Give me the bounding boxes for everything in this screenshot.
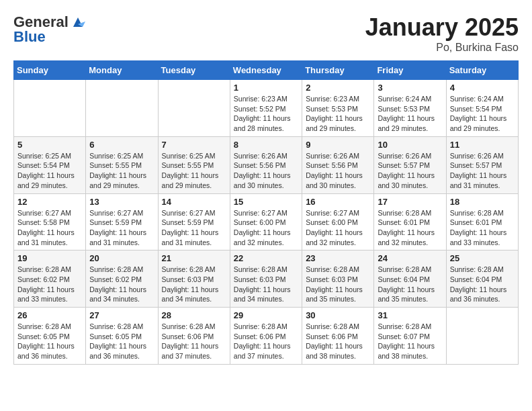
empty-day-cell	[14, 80, 86, 137]
day-number: 8	[234, 140, 298, 150]
day-info: Sunrise: 6:26 AMSunset: 5:56 PMDaylight:…	[234, 151, 298, 191]
calendar-day-cell: 23Sunrise: 6:28 AMSunset: 6:03 PMDayligh…	[302, 250, 374, 308]
day-info: Sunrise: 6:27 AMSunset: 5:59 PMDaylight:…	[89, 208, 154, 248]
month-title: January 2025	[365, 13, 519, 42]
day-info: Sunrise: 6:28 AMSunset: 6:06 PMDaylight:…	[306, 322, 370, 361]
day-number: 16	[306, 197, 370, 207]
day-info: Sunrise: 6:23 AMSunset: 5:53 PMDaylight:…	[306, 94, 370, 134]
logo: General Blue	[13, 13, 85, 46]
day-number: 29	[234, 310, 298, 320]
day-number: 9	[306, 140, 370, 150]
weekday-header-row: SundayMondayTuesdayWednesdayThursdayFrid…	[14, 61, 519, 80]
day-info: Sunrise: 6:28 AMSunset: 6:01 PMDaylight:…	[378, 208, 442, 248]
day-number: 25	[450, 253, 515, 263]
day-info: Sunrise: 6:28 AMSunset: 6:03 PMDaylight:…	[306, 265, 370, 304]
day-number: 17	[378, 197, 442, 207]
location-subtitle: Po, Burkina Faso	[365, 42, 519, 54]
calendar-day-cell: 26Sunrise: 6:28 AMSunset: 6:05 PMDayligh…	[14, 308, 86, 365]
day-number: 3	[378, 83, 442, 93]
logo-icon	[71, 15, 85, 30]
day-number: 28	[162, 310, 226, 320]
day-number: 12	[17, 197, 82, 207]
day-info: Sunrise: 6:26 AMSunset: 5:57 PMDaylight:…	[378, 151, 442, 191]
day-info: Sunrise: 6:27 AMSunset: 5:58 PMDaylight:…	[17, 208, 82, 248]
calendar-week-row: 5Sunrise: 6:25 AMSunset: 5:54 PMDaylight…	[14, 136, 519, 193]
calendar-day-cell: 10Sunrise: 6:26 AMSunset: 5:57 PMDayligh…	[374, 136, 446, 193]
day-info: Sunrise: 6:28 AMSunset: 6:02 PMDaylight:…	[89, 265, 154, 304]
calendar-day-cell: 8Sunrise: 6:26 AMSunset: 5:56 PMDaylight…	[230, 136, 302, 193]
day-info: Sunrise: 6:28 AMSunset: 6:07 PMDaylight:…	[378, 322, 442, 361]
day-info: Sunrise: 6:27 AMSunset: 5:59 PMDaylight:…	[162, 208, 226, 248]
calendar-day-cell: 13Sunrise: 6:27 AMSunset: 5:59 PMDayligh…	[86, 193, 158, 250]
calendar-week-row: 1Sunrise: 6:23 AMSunset: 5:52 PMDaylight…	[14, 80, 519, 137]
calendar-day-cell: 7Sunrise: 6:25 AMSunset: 5:55 PMDaylight…	[158, 136, 230, 193]
weekday-header-saturday: Saturday	[446, 61, 518, 80]
day-info: Sunrise: 6:28 AMSunset: 6:01 PMDaylight:…	[450, 208, 515, 248]
empty-day-cell	[86, 80, 158, 137]
calendar-day-cell: 18Sunrise: 6:28 AMSunset: 6:01 PMDayligh…	[446, 193, 518, 250]
calendar-day-cell: 4Sunrise: 6:24 AMSunset: 5:54 PMDaylight…	[446, 80, 518, 137]
calendar-day-cell: 25Sunrise: 6:28 AMSunset: 6:04 PMDayligh…	[446, 250, 518, 308]
day-number: 21	[162, 253, 226, 263]
day-number: 18	[450, 197, 515, 207]
day-number: 6	[89, 140, 154, 150]
day-number: 2	[306, 83, 370, 93]
day-info: Sunrise: 6:28 AMSunset: 6:05 PMDaylight:…	[89, 322, 154, 361]
day-number: 5	[17, 140, 82, 150]
day-info: Sunrise: 6:25 AMSunset: 5:55 PMDaylight:…	[89, 151, 154, 191]
day-number: 23	[306, 253, 370, 263]
calendar-day-cell: 1Sunrise: 6:23 AMSunset: 5:52 PMDaylight…	[230, 80, 302, 137]
calendar-day-cell: 24Sunrise: 6:28 AMSunset: 6:04 PMDayligh…	[374, 250, 446, 308]
weekday-header-wednesday: Wednesday	[230, 61, 302, 80]
day-number: 19	[17, 253, 82, 263]
day-info: Sunrise: 6:24 AMSunset: 5:53 PMDaylight:…	[378, 94, 442, 134]
calendar-day-cell: 6Sunrise: 6:25 AMSunset: 5:55 PMDaylight…	[86, 136, 158, 193]
calendar-day-cell: 16Sunrise: 6:27 AMSunset: 6:00 PMDayligh…	[302, 193, 374, 250]
calendar-day-cell: 19Sunrise: 6:28 AMSunset: 6:02 PMDayligh…	[14, 250, 86, 308]
day-info: Sunrise: 6:28 AMSunset: 6:03 PMDaylight:…	[162, 265, 226, 304]
day-info: Sunrise: 6:27 AMSunset: 6:00 PMDaylight:…	[234, 208, 298, 248]
calendar-day-cell: 28Sunrise: 6:28 AMSunset: 6:06 PMDayligh…	[158, 308, 230, 365]
day-number: 14	[162, 197, 226, 207]
day-info: Sunrise: 6:28 AMSunset: 6:06 PMDaylight:…	[162, 322, 226, 361]
calendar-day-cell: 9Sunrise: 6:26 AMSunset: 5:56 PMDaylight…	[302, 136, 374, 193]
empty-day-cell	[446, 308, 518, 365]
weekday-header-thursday: Thursday	[302, 61, 374, 80]
day-number: 1	[234, 83, 298, 93]
calendar-day-cell: 2Sunrise: 6:23 AMSunset: 5:53 PMDaylight…	[302, 80, 374, 137]
calendar-day-cell: 11Sunrise: 6:26 AMSunset: 5:57 PMDayligh…	[446, 136, 518, 193]
calendar-day-cell: 3Sunrise: 6:24 AMSunset: 5:53 PMDaylight…	[374, 80, 446, 137]
day-info: Sunrise: 6:28 AMSunset: 6:06 PMDaylight:…	[234, 322, 298, 361]
day-info: Sunrise: 6:28 AMSunset: 6:04 PMDaylight:…	[378, 265, 442, 304]
calendar-day-cell: 20Sunrise: 6:28 AMSunset: 6:02 PMDayligh…	[86, 250, 158, 308]
day-number: 13	[89, 197, 154, 207]
day-info: Sunrise: 6:28 AMSunset: 6:02 PMDaylight:…	[17, 265, 82, 304]
calendar-day-cell: 14Sunrise: 6:27 AMSunset: 5:59 PMDayligh…	[158, 193, 230, 250]
empty-day-cell	[158, 80, 230, 137]
day-info: Sunrise: 6:28 AMSunset: 6:05 PMDaylight:…	[17, 322, 82, 361]
calendar-day-cell: 5Sunrise: 6:25 AMSunset: 5:54 PMDaylight…	[14, 136, 86, 193]
day-info: Sunrise: 6:27 AMSunset: 6:00 PMDaylight:…	[306, 208, 370, 248]
day-number: 10	[378, 140, 442, 150]
day-number: 24	[378, 253, 442, 263]
title-block: January 2025 Po, Burkina Faso	[365, 13, 519, 54]
calendar-day-cell: 12Sunrise: 6:27 AMSunset: 5:58 PMDayligh…	[14, 193, 86, 250]
day-number: 4	[450, 83, 515, 93]
calendar-day-cell: 22Sunrise: 6:28 AMSunset: 6:03 PMDayligh…	[230, 250, 302, 308]
day-number: 30	[306, 310, 370, 320]
day-number: 26	[17, 310, 82, 320]
day-info: Sunrise: 6:26 AMSunset: 5:57 PMDaylight:…	[450, 151, 515, 191]
day-number: 7	[162, 140, 226, 150]
weekday-header-friday: Friday	[374, 61, 446, 80]
day-info: Sunrise: 6:24 AMSunset: 5:54 PMDaylight:…	[450, 94, 515, 134]
page-header: General Blue January 2025 Po, Burkina Fa…	[13, 13, 519, 54]
day-number: 27	[89, 310, 154, 320]
calendar-week-row: 19Sunrise: 6:28 AMSunset: 6:02 PMDayligh…	[14, 250, 519, 308]
calendar-day-cell: 31Sunrise: 6:28 AMSunset: 6:07 PMDayligh…	[374, 308, 446, 365]
calendar-day-cell: 21Sunrise: 6:28 AMSunset: 6:03 PMDayligh…	[158, 250, 230, 308]
calendar-table: SundayMondayTuesdayWednesdayThursdayFrid…	[13, 60, 519, 365]
day-number: 15	[234, 197, 298, 207]
day-info: Sunrise: 6:28 AMSunset: 6:03 PMDaylight:…	[234, 265, 298, 304]
weekday-header-sunday: Sunday	[14, 61, 86, 80]
day-number: 31	[378, 310, 442, 320]
